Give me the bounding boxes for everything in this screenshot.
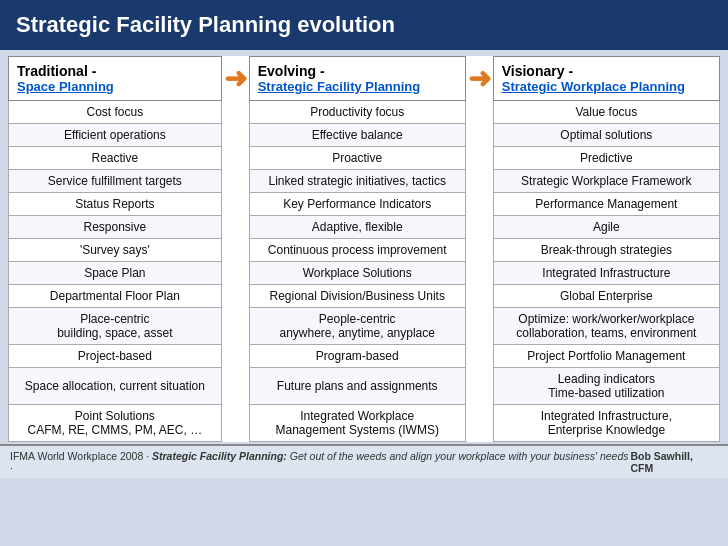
col-visionary-top: Visionary - <box>502 63 711 79</box>
footer-prefix: IFMA World Workplace 2008 · <box>10 450 152 462</box>
cell-visionary: Project Portfolio Management <box>493 345 719 368</box>
main-table-wrapper: Traditional - Space Planning ➜ Evolving … <box>0 50 728 444</box>
cell-traditional: Project-based <box>9 345 222 368</box>
cell-traditional: 'Survey says' <box>9 239 222 262</box>
cell-evolving: Proactive <box>249 147 465 170</box>
cell-visionary: Break-through strategies <box>493 239 719 262</box>
col-header-visionary: Visionary - Strategic Workplace Planning <box>493 57 719 101</box>
cell-visionary: Integrated Infrastructure <box>493 262 719 285</box>
table-row: ResponsiveAdaptive, flexibleAgile <box>9 216 720 239</box>
cell-evolving: Productivity focus <box>249 101 465 124</box>
cell-evolving: Key Performance Indicators <box>249 193 465 216</box>
arrow-1: ➜ <box>221 57 249 101</box>
col-evolving-top: Evolving - <box>258 63 457 79</box>
table-row: ReactiveProactivePredictive <box>9 147 720 170</box>
table-row: Status ReportsKey Performance Indicators… <box>9 193 720 216</box>
spacer-cell-2 <box>465 147 493 170</box>
spacer-cell-1 <box>221 193 249 216</box>
cell-traditional: Space Plan <box>9 262 222 285</box>
cell-traditional: Place-centric building, space, asset <box>9 308 222 345</box>
spacer-cell-1 <box>221 308 249 345</box>
cell-traditional: Space allocation, current situation <box>9 368 222 405</box>
table-row: Point Solutions CAFM, RE, CMMS, PM, AEC,… <box>9 405 720 442</box>
cell-visionary: Strategic Workplace Framework <box>493 170 719 193</box>
spacer-cell-1 <box>221 368 249 405</box>
cell-evolving: Program-based <box>249 345 465 368</box>
table-row: Space PlanWorkplace SolutionsIntegrated … <box>9 262 720 285</box>
cell-traditional: Cost focus <box>9 101 222 124</box>
cell-visionary: Predictive <box>493 147 719 170</box>
cell-visionary: Integrated Infrastructure, Enterprise Kn… <box>493 405 719 442</box>
spacer-cell-1 <box>221 285 249 308</box>
footer-right: Bob Sawhill, CFM <box>630 450 718 474</box>
cell-visionary: Agile <box>493 216 719 239</box>
cell-evolving: Effective balance <box>249 124 465 147</box>
cell-traditional: Point Solutions CAFM, RE, CMMS, PM, AEC,… <box>9 405 222 442</box>
footer: IFMA World Workplace 2008 · Strategic Fa… <box>0 444 728 478</box>
table-row: Service fulfillment targetsLinked strate… <box>9 170 720 193</box>
cell-evolving: Continuous process improvement <box>249 239 465 262</box>
page-container: Strategic Facility Planning evolution Tr… <box>0 0 728 478</box>
spacer-cell-2 <box>465 262 493 285</box>
col-traditional-sub: Space Planning <box>17 79 213 94</box>
footer-bold: Strategic Facility Planning: <box>152 450 287 462</box>
cell-visionary: Optimize: work/worker/workplace collabor… <box>493 308 719 345</box>
table-row: Efficient operationsEffective balanceOpt… <box>9 124 720 147</box>
col-evolving-sub: Strategic Facility Planning <box>258 79 457 94</box>
footer-left: IFMA World Workplace 2008 · Strategic Fa… <box>10 450 630 474</box>
cell-traditional: Responsive <box>9 216 222 239</box>
cell-visionary: Optimal solutions <box>493 124 719 147</box>
col-header-traditional: Traditional - Space Planning <box>9 57 222 101</box>
spacer-cell-1 <box>221 147 249 170</box>
cell-visionary: Global Enterprise <box>493 285 719 308</box>
spacer-cell-2 <box>465 101 493 124</box>
table-row: Place-centric building, space, assetPeop… <box>9 308 720 345</box>
spacer-cell-2 <box>465 170 493 193</box>
col-traditional-top: Traditional - <box>17 63 213 79</box>
spacer-cell-2 <box>465 368 493 405</box>
spacer-cell-2 <box>465 345 493 368</box>
cell-traditional: Departmental Floor Plan <box>9 285 222 308</box>
table-row: Departmental Floor PlanRegional Division… <box>9 285 720 308</box>
cell-evolving: Integrated Workplace Management Systems … <box>249 405 465 442</box>
spacer-cell-1 <box>221 262 249 285</box>
spacer-cell-2 <box>465 239 493 262</box>
arrow-icon-2: ➜ <box>468 62 491 95</box>
spacer-cell-2 <box>465 285 493 308</box>
spacer-cell-1 <box>221 170 249 193</box>
col-visionary-sub: Strategic Workplace Planning <box>502 79 711 94</box>
spacer-cell-1 <box>221 101 249 124</box>
spacer-cell-2 <box>465 193 493 216</box>
spacer-cell-2 <box>465 405 493 442</box>
cell-traditional: Reactive <box>9 147 222 170</box>
spacer-cell-2 <box>465 216 493 239</box>
spacer-cell-1 <box>221 405 249 442</box>
page-title: Strategic Facility Planning evolution <box>16 12 395 37</box>
page-header: Strategic Facility Planning evolution <box>0 0 728 50</box>
column-header-row: Traditional - Space Planning ➜ Evolving … <box>9 57 720 101</box>
arrow-2: ➜ <box>465 57 493 101</box>
cell-evolving: Linked strategic initiatives, tactics <box>249 170 465 193</box>
table-row: 'Survey says'Continuous process improvem… <box>9 239 720 262</box>
table-body: Cost focusProductivity focusValue focusE… <box>9 101 720 442</box>
spacer-cell-2 <box>465 308 493 345</box>
cell-visionary: Value focus <box>493 101 719 124</box>
table-row: Cost focusProductivity focusValue focus <box>9 101 720 124</box>
arrow-icon-1: ➜ <box>224 62 247 95</box>
spacer-cell-1 <box>221 345 249 368</box>
spacer-cell-1 <box>221 239 249 262</box>
cell-evolving: Adaptive, flexible <box>249 216 465 239</box>
col-header-evolving: Evolving - Strategic Facility Planning <box>249 57 465 101</box>
cell-traditional: Efficient operations <box>9 124 222 147</box>
table-row: Space allocation, current situationFutur… <box>9 368 720 405</box>
cell-visionary: Leading indicators Time-based utilizatio… <box>493 368 719 405</box>
comparison-table: Traditional - Space Planning ➜ Evolving … <box>8 56 720 442</box>
cell-evolving: Regional Division/Business Units <box>249 285 465 308</box>
cell-evolving: Future plans and assignments <box>249 368 465 405</box>
table-row: Project-basedProgram-basedProject Portfo… <box>9 345 720 368</box>
spacer-cell-2 <box>465 124 493 147</box>
spacer-cell-1 <box>221 124 249 147</box>
spacer-cell-1 <box>221 216 249 239</box>
cell-visionary: Performance Management <box>493 193 719 216</box>
cell-traditional: Service fulfillment targets <box>9 170 222 193</box>
